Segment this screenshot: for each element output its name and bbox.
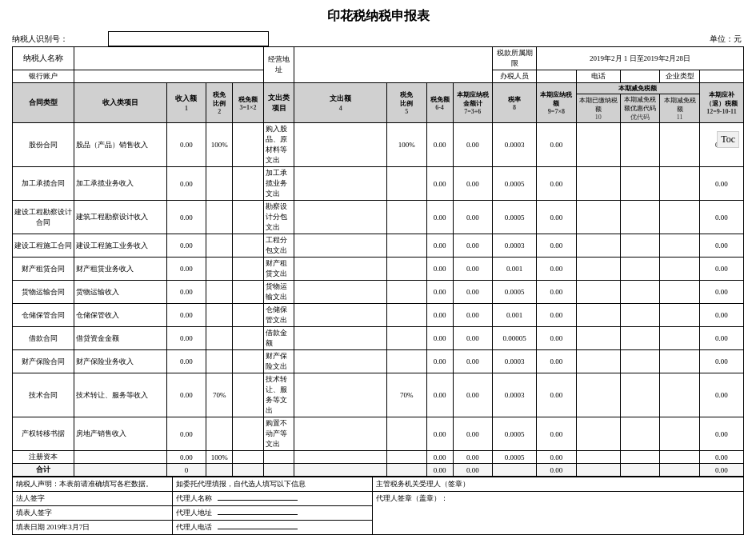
table-row: 加工承揽合同 加工承揽业务收入 0.00 加工承揽业务文出 0.00 0.00 … [13,167,744,201]
cell-inc-exempt-0 [233,123,264,167]
taxpayer-id-field[interactable] [108,32,268,46]
col-exp-amount: 文出额4 [294,83,387,123]
cell-exp-amt-0 [294,123,387,167]
bank-account-field[interactable] [74,70,264,83]
col-tax-exempt1: 税免额3=1×2 [233,83,264,123]
total-row: 合计 0 0.00 0.00 0.00 0.00 [13,464,744,477]
agent-address-label: 代理人地址 [176,509,212,517]
agent-note: 如委托代理填报，自代选人填写以下信息 [173,477,373,492]
toc-button[interactable]: Toc [717,131,739,148]
col-exp-exempt: 税免额6-4 [426,83,453,123]
cell-reduc-code-0 [620,123,660,167]
unit-label: 单位：元 [327,32,744,46]
fill-person-label: 填表人签字 [16,509,52,517]
table-row: 货物运输合同 货物运输收入 0.00 货物运输文出 0.00 0.00 0.00… [13,281,744,304]
taxpayer-name-label: 纳税人名称 [13,47,74,70]
enterprise-label: 企业类型 [660,70,700,83]
table-row: 仓储保管合同 仓储保管收入 0.00 仓储保管文出 0.00 0.00 0.00… [13,304,744,327]
cell-reduc-0 [660,123,700,167]
col-exp-rate: 税免比例5 [386,83,426,123]
cell-exp-item-0: 购入股品、原材料等文出 [263,123,294,167]
agent-phone-label: 代理人电话 [176,523,212,531]
table-row: 财产保险合同 财产保险业务收入 0.00 财产保险文出 0.00 0.00 0.… [13,350,744,373]
cell-tax-base-0: 0.00 [453,123,493,167]
address-field[interactable] [294,47,493,83]
cell-income-amt-0: 0.00 [166,123,206,167]
table-row: 建设工程勘察设计合同 建筑工程勘察设计收入 0.00 勘察设计分包文出 0.00… [13,201,744,234]
page-title: 印花税纳税申报表 [12,8,744,25]
col-tax-rate3: 税率8 [493,83,537,123]
tax-auth-note: 主管税务机关受理人（签章） [373,477,744,492]
table-row: 股份合同 股品（产品）销售收入 0.00 100% 购入股品、原材料等文出 10… [13,123,744,167]
agent-name-label: 代理人名称 [176,494,212,502]
table-row: 借款合同 借贷资金金额 0.00 借款金额 0.00 0.00 0.00005 … [13,327,744,350]
col-reduction: 本期减免税额优惠代码优代码 [620,94,660,123]
declaration-note: 纳税人声明：本表前请准确填写各栏数据。 [13,477,173,492]
col-payable: 本期应补（退）税额12=9-10-11 [699,83,743,123]
cell-exp-rate-0: 100% [386,123,426,167]
main-table: 纳税人名称 经营地址 税款所属期限 2019年2月 1 日至2019年2月28日… [12,46,744,477]
taxpayer-name-field[interactable] [74,47,264,70]
taxpayer-id-label: 纳税人识别号： [12,32,108,46]
col-tax-rate1: 税免比例2 [206,83,233,123]
agent-sign-label: 代理人签章（盖章）： [376,493,740,504]
table-row: 财产租赁合同 财产租赁业务收入 0.00 财产租赁文出 0.00 0.00 0.… [13,258,744,281]
col-tax-base: 本期应纳税金额计7=3+6 [453,83,493,123]
col-reduction-amt: 本期减免税额11 [660,94,700,123]
staff-label: 办税人员 [493,70,537,83]
col-paid: 本期已缴纳税额10 [576,94,620,123]
cell-contract-type-0: 股份合同 [13,123,74,167]
cell-inc-rate-0: 100% [206,123,233,167]
col-income-amount: 收入额1 [166,83,206,123]
cell-paid-0 [576,123,620,167]
taxpayer-name-footer-label: 法人签字 [16,494,45,502]
table-row: 产权转移书据 房地产销售收入 0.00 购置不动产等文出 0.00 0.00 0… [13,417,744,451]
table-row: 技术合同 技术转让、服务等收入 0.00 70% 技术转让、服务等文出 70% … [13,373,744,417]
phone-label: 电话 [576,70,620,83]
tax-period-value: 2019年2月 1 日至2019年2月28日 [537,47,744,70]
col-income-items: 收入类项目 [74,83,167,123]
tax-period-label: 税款所属期限 [493,47,537,70]
cell-income-item-0: 股品（产品）销售收入 [74,123,167,167]
table-row: 注册资本 0.00 100% 0.00 0.00 0.0005 0.00 0.0… [13,451,744,464]
table-row: 建设工程施工合同 建设工程施工业务收入 0.00 工程分包文出 0.00 0.0… [13,234,744,258]
col-expenditure-items: 文出类项目 [263,83,294,123]
staff-field[interactable] [537,70,577,83]
enterprise-field[interactable] [699,70,743,83]
col-contract-type: 合同类型 [13,83,74,123]
cell-tax-rate-0: 0.0003 [493,123,537,167]
bank-account-label: 银行账户 [13,70,74,83]
col-deduct-header: 本期减免税额 [576,83,699,94]
fill-date-value: 2019年3月7日 [46,523,90,531]
header-info-table: 纳税人识别号： 单位：元 [12,31,744,46]
fill-date-label: 填表日期 [16,523,45,531]
footer-table: 纳税人声明：本表前请准确填写各栏数据。 如委托代理填报，自代选人填写以下信息 主… [12,477,744,535]
cell-tax-due-0: 0.00 [537,123,577,167]
phone-field[interactable] [620,70,660,83]
cell-exp-exempt-0: 0.00 [426,123,453,167]
address-label: 经营地址 [263,47,294,83]
col-tax-due: 本期应纳税额9=7×8 [537,83,577,123]
